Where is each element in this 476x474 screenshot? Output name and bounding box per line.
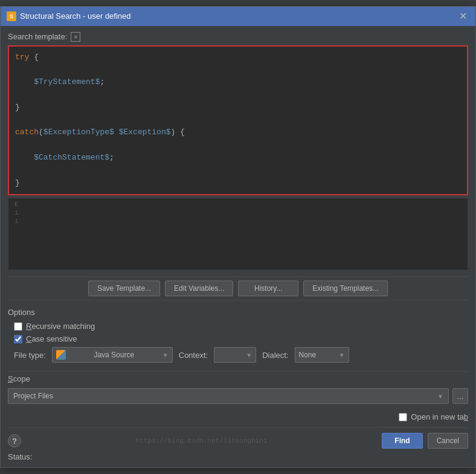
- filetype-dropdown-arrow: ▼: [162, 352, 169, 359]
- title-bar-left: S Structural Search - user defined: [7, 11, 131, 21]
- filetype-value: Java Source: [94, 351, 134, 359]
- dialect-value: None: [299, 351, 317, 359]
- case-sensitive-label[interactable]: Case sensitive: [26, 334, 77, 343]
- filetype-select[interactable]: Java Source ▼: [52, 347, 173, 363]
- status-label: Status:: [8, 452, 32, 461]
- scope-section: Scope Project Files ▼ ...: [8, 374, 468, 404]
- dialect-label: Dialect:: [262, 351, 288, 360]
- cancel-button[interactable]: Cancel: [428, 433, 468, 449]
- line-number-3: 1: [14, 218, 462, 225]
- divider-1: [8, 371, 468, 372]
- existing-templates-button[interactable]: Existing Templates...: [303, 281, 388, 296]
- scope-row: Project Files ▼ ...: [8, 388, 468, 404]
- recursive-matching-row: Recursive matching: [14, 322, 468, 331]
- context-label: Context:: [179, 351, 208, 360]
- find-button[interactable]: Find: [382, 433, 422, 449]
- close-button[interactable]: ✕: [457, 10, 469, 22]
- dialect-dropdown-arrow: ▼: [339, 352, 345, 359]
- line-number-1: E: [14, 201, 462, 208]
- case-sensitive-checkbox[interactable]: [14, 335, 22, 343]
- toolbar-row: Save Template... Edit Variables... Histo…: [8, 276, 468, 300]
- dialog-icon: S: [7, 11, 16, 21]
- dialog-body: Search template: ≡ try { $TryStatement$;…: [1, 26, 475, 468]
- watermark: https://blog.csdn.net/linsongbin1: [21, 437, 382, 444]
- scope-dropdown-arrow: ▼: [437, 393, 443, 400]
- context-select[interactable]: ▼: [214, 347, 256, 363]
- bottom-buttons: Find Cancel: [382, 433, 468, 449]
- context-dropdown-arrow: ▼: [246, 352, 252, 359]
- filetype-row: File type: Java Source ▼ Context: ▼ Dial…: [14, 347, 468, 363]
- history-button[interactable]: History...: [238, 281, 298, 296]
- main-dialog: S Structural Search - user defined ✕ Sea…: [0, 6, 476, 469]
- recursive-matching-checkbox[interactable]: [14, 322, 22, 331]
- scope-select[interactable]: Project Files ▼: [8, 388, 449, 404]
- save-template-button[interactable]: Save Template...: [88, 281, 160, 296]
- code-extra-area[interactable]: E 1 1: [8, 198, 468, 270]
- code-editor[interactable]: try { $TryStatement$; } catch($Exception…: [8, 45, 468, 196]
- help-button[interactable]: ?: [8, 434, 21, 447]
- new-tab-checkbox[interactable]: [399, 413, 407, 421]
- search-template-text: Search template:: [8, 32, 67, 41]
- dialect-select[interactable]: None ▼: [295, 347, 349, 363]
- case-sensitive-row: Case sensitive: [14, 334, 468, 343]
- scope-label: Scope: [8, 374, 468, 383]
- new-tab-row: Open in new tab: [8, 412, 468, 421]
- edit-variables-button[interactable]: Edit Variables...: [165, 281, 233, 296]
- status-row: Status:: [8, 452, 468, 461]
- bottom-row: ? https://blog.csdn.net/linsongbin1 Find…: [8, 427, 468, 449]
- dialog-title: Structural Search - user defined: [20, 11, 131, 21]
- scope-more-button[interactable]: ...: [452, 388, 468, 404]
- options-section: Options Recursive matching Case sensitiv…: [8, 308, 468, 363]
- options-label: Options: [8, 308, 468, 317]
- java-icon: [56, 350, 66, 360]
- template-icon-button[interactable]: ≡: [71, 32, 80, 42]
- filetype-label: File type:: [14, 351, 46, 360]
- title-bar: S Structural Search - user defined ✕: [1, 7, 475, 26]
- line-number-2: 1: [14, 209, 462, 216]
- scope-value: Project Files: [13, 392, 53, 400]
- search-template-label-row: Search template: ≡: [8, 32, 468, 42]
- new-tab-label[interactable]: Open in new tab: [411, 412, 468, 421]
- recursive-matching-label[interactable]: Recursive matching: [26, 322, 95, 331]
